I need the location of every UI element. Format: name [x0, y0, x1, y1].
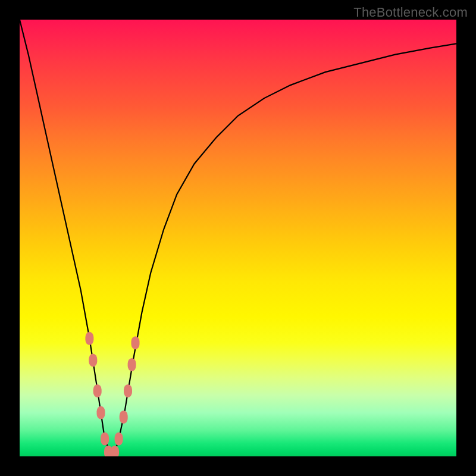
watermark-text: TheBottleneck.com: [353, 5, 468, 20]
plot-area: [20, 20, 456, 456]
chart-svg: [20, 20, 456, 456]
marker-dot: [124, 384, 132, 397]
marker-dot: [93, 384, 102, 397]
marker-dot: [89, 354, 97, 367]
marker-dot: [85, 332, 93, 345]
marker-dot: [101, 433, 109, 446]
marker-dot: [97, 406, 105, 419]
marker-dot: [128, 358, 136, 371]
marker-dot: [131, 336, 140, 349]
marker-dot: [111, 446, 119, 456]
marker-dot: [115, 433, 123, 446]
chart-frame: TheBottleneck.com: [0, 0, 476, 476]
marker-dot: [120, 411, 128, 424]
bottleneck-curve: [20, 20, 456, 456]
marker-group: [85, 332, 139, 456]
